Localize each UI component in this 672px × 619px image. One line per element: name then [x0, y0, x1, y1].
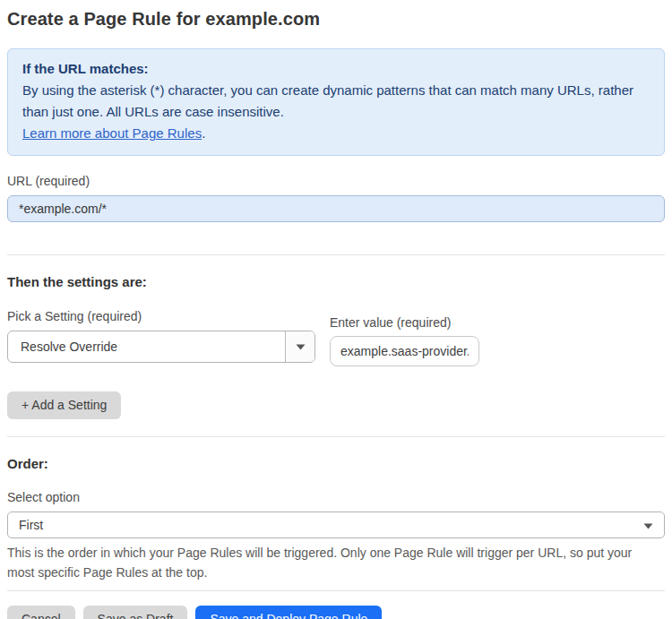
link-suffix: .	[202, 125, 205, 141]
learn-more-link[interactable]: Learn more about Page Rules	[22, 125, 202, 141]
chevron-down-icon	[296, 344, 306, 350]
order-select-label: Select option	[7, 490, 665, 504]
pick-setting-label: Pick a Setting (required)	[7, 309, 315, 323]
setting-dropdown[interactable]: Resolve Override	[7, 331, 315, 363]
order-select-value: First	[8, 512, 664, 537]
order-help-text: This is the order in which your Page Rul…	[7, 543, 652, 582]
order-section-heading: Order:	[7, 456, 665, 471]
info-box-body: By using the asterisk (*) character, you…	[22, 80, 650, 123]
section-divider	[7, 436, 665, 437]
footer-actions: Cancel Save as Draft Save and Deploy Pag…	[7, 606, 665, 619]
setting-row: Pick a Setting (required) Resolve Overri…	[7, 309, 665, 366]
add-setting-button[interactable]: + Add a Setting	[7, 391, 121, 419]
enter-value-label: Enter value (required)	[330, 315, 479, 330]
url-match-info-box: If the URL matches: By using the asteris…	[7, 48, 665, 156]
url-input[interactable]	[7, 195, 665, 222]
setting-dropdown-value: Resolve Override	[8, 331, 285, 362]
url-field-label: URL (required)	[7, 174, 665, 188]
chevron-down-icon	[643, 517, 653, 533]
enter-value-column: Enter value (required)	[330, 315, 479, 366]
settings-section-heading: Then the settings are:	[7, 274, 665, 289]
footer-divider	[7, 590, 665, 591]
info-box-link-line: Learn more about Page Rules.	[22, 123, 650, 144]
create-page-rule-panel: Create a Page Rule for example.com If th…	[0, 0, 672, 619]
pick-setting-column: Pick a Setting (required) Resolve Overri…	[7, 309, 315, 363]
save-and-deploy-button[interactable]: Save and Deploy Page Rule	[195, 606, 382, 619]
setting-dropdown-toggle[interactable]	[285, 331, 314, 362]
save-as-draft-button[interactable]: Save as Draft	[83, 606, 188, 619]
page-title: Create a Page Rule for example.com	[7, 9, 665, 30]
cancel-button[interactable]: Cancel	[7, 606, 75, 619]
section-divider	[7, 254, 665, 255]
setting-value-input[interactable]	[330, 336, 479, 366]
info-box-heading: If the URL matches:	[22, 58, 650, 80]
order-select[interactable]: First	[7, 512, 665, 538]
